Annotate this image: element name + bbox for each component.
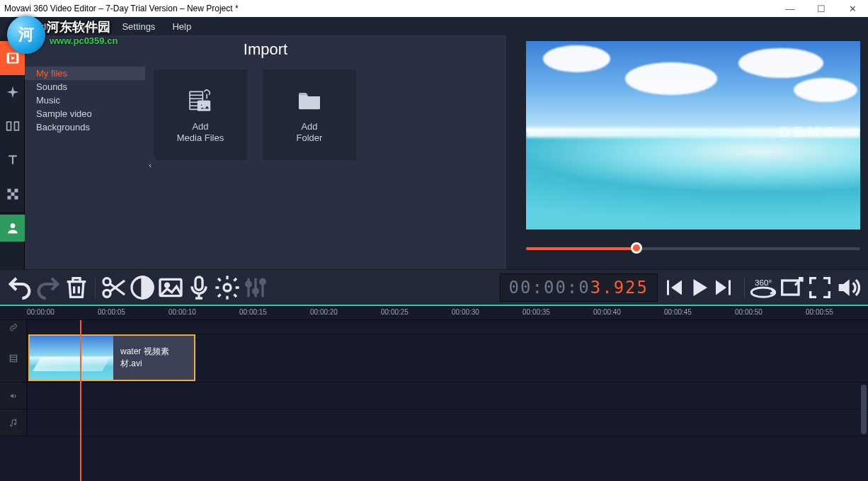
close-button[interactable]: ✕ <box>837 0 868 17</box>
play-button[interactable] <box>686 273 712 302</box>
svg-text:360°: 360° <box>755 277 772 286</box>
timeline-scrollbar[interactable] <box>861 385 867 434</box>
svg-rect-37 <box>10 355 16 361</box>
svg-rect-26 <box>195 277 202 290</box>
redo-button[interactable] <box>34 273 62 302</box>
ruler-tick: 00:00:40 <box>593 308 621 316</box>
svg-point-12 <box>10 223 15 228</box>
ruler-tick: 00:00:50 <box>735 308 763 316</box>
rail-import-button[interactable] <box>0 41 25 75</box>
title-bar: Movavi 360 Video Editor – 7-Day Trial Ve… <box>0 0 868 17</box>
ruler-tick: 00:00:45 <box>664 308 692 316</box>
menu-help[interactable]: Help <box>164 17 200 35</box>
fullscreen-button[interactable] <box>806 273 834 302</box>
link-icon <box>8 322 18 332</box>
image-icon <box>156 273 185 302</box>
video-track-head[interactable] <box>0 334 27 382</box>
chevron-left-icon: ‹ <box>149 161 152 169</box>
transport-controls <box>661 273 737 302</box>
mic-button[interactable] <box>185 273 213 302</box>
main-area: Import My files Sounds Music Sample vide… <box>0 35 868 269</box>
sliders-icon <box>241 273 270 302</box>
timecode-display: 00:00:03.925 <box>500 273 658 302</box>
seek-thumb[interactable] <box>631 242 642 254</box>
volume-button[interactable] <box>834 273 862 302</box>
rail-titles-button[interactable] <box>0 143 25 177</box>
ruler-tick: 00:00:10 <box>169 308 196 316</box>
split-button[interactable] <box>100 273 128 302</box>
preview-viewport[interactable]: DEMO <box>526 41 860 230</box>
transitions-icon <box>6 119 20 133</box>
vr-360-button[interactable]: 360° <box>749 273 777 302</box>
film-strip-icon <box>6 51 20 65</box>
maximize-button[interactable]: ☐ <box>806 0 837 17</box>
source-sample-video[interactable]: Sample video <box>25 107 145 120</box>
playhead[interactable] <box>80 320 81 481</box>
menu-settings[interactable]: Settings <box>113 17 164 35</box>
timeline-ruler[interactable]: 00:00:0000:00:0500:00:1000:00:1500:00:20… <box>0 305 868 320</box>
text-icon <box>6 153 20 167</box>
film-icon <box>8 353 18 363</box>
svg-rect-11 <box>14 196 18 200</box>
import-panel: Import My files Sounds Music Sample vide… <box>25 35 506 269</box>
ruler-tick: 00:00:00 <box>27 308 55 316</box>
svg-rect-8 <box>14 189 18 193</box>
preview-seek-bar[interactable] <box>526 244 860 254</box>
add-folder-label: AddFolder <box>297 121 323 145</box>
person-icon <box>6 221 20 235</box>
ruler-tick: 00:00:30 <box>452 308 479 316</box>
add-media-files-tile[interactable]: AddMedia Files <box>154 69 247 160</box>
redo-icon <box>34 273 62 302</box>
demo-watermark: DEMO <box>780 123 839 140</box>
timeline-tracks: water 视频素材.avi <box>0 320 868 481</box>
audio-track[interactable] <box>0 383 868 409</box>
preview-image: DEMO <box>526 41 860 230</box>
video-track[interactable]: water 视频素材.avi <box>0 334 868 383</box>
gear-icon <box>213 273 241 302</box>
rail-stickers-button[interactable] <box>0 177 25 211</box>
link-track-head[interactable] <box>0 320 27 334</box>
source-sounds[interactable]: Sounds <box>25 80 145 94</box>
rail-callouts-button[interactable] <box>0 215 25 242</box>
panel-title: Import <box>25 35 506 64</box>
ruler-tick: 00:00:20 <box>310 308 338 316</box>
svg-rect-1 <box>7 53 9 62</box>
audio-track-head[interactable] <box>0 383 27 409</box>
crop-button[interactable] <box>156 273 185 302</box>
sparkle-icon <box>6 85 20 99</box>
timecode-grey: 00:00:0 <box>509 278 590 298</box>
folder-icon <box>295 86 324 114</box>
video-track-body[interactable]: water 视频素材.avi <box>27 334 868 382</box>
rail-filters-button[interactable] <box>0 75 25 109</box>
video-clip[interactable]: water 视频素材.avi <box>28 334 195 381</box>
source-list: My files Sounds Music Sample video Backg… <box>25 64 145 269</box>
adjust-button[interactable] <box>241 273 270 302</box>
svg-point-27 <box>224 284 231 291</box>
music-track-head[interactable] <box>0 409 27 436</box>
fullscreen-icon <box>806 273 834 302</box>
svg-rect-7 <box>7 189 11 193</box>
properties-button[interactable] <box>213 273 241 302</box>
delete-button[interactable] <box>62 273 91 302</box>
left-rail <box>0 35 25 269</box>
music-note-icon <box>8 418 18 428</box>
next-frame-button[interactable] <box>712 273 737 302</box>
source-my-files[interactable]: My files <box>25 67 145 80</box>
music-track[interactable] <box>0 409 868 436</box>
tile-area: AddMedia Files AddFolder <box>145 64 506 269</box>
menu-file[interactable]: e <box>4 17 26 35</box>
color-button[interactable] <box>128 273 156 302</box>
collapse-sources-button[interactable]: ‹ <box>145 156 155 174</box>
undo-button[interactable] <box>6 273 34 302</box>
rail-transitions-button[interactable] <box>0 109 25 143</box>
svg-point-22 <box>103 290 110 297</box>
menu-edit[interactable]: Edit <box>26 17 59 35</box>
prev-frame-button[interactable] <box>661 273 686 302</box>
source-music[interactable]: Music <box>25 94 145 107</box>
menu-playback[interactable]: Playback <box>59 17 114 35</box>
add-folder-tile[interactable]: AddFolder <box>263 69 356 160</box>
menu-bar: e Edit Playback Settings Help <box>0 17 868 35</box>
minimize-button[interactable]: — <box>775 0 806 17</box>
source-backgrounds[interactable]: Backgrounds <box>25 120 145 134</box>
detach-preview-button[interactable] <box>777 273 806 302</box>
